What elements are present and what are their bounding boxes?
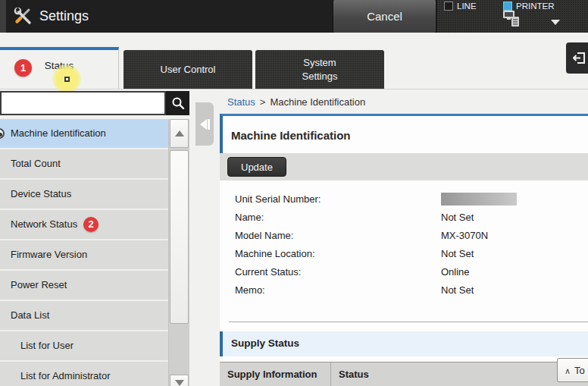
topbar: Settings Cancel LINE PRINTER — [0, 0, 588, 33]
to-top-label: To — [574, 365, 585, 376]
section-header: Machine Identification — [220, 114, 588, 153]
search-icon — [171, 96, 185, 110]
sidebar-item-machine-identification[interactable]: Machine Identification — [0, 119, 168, 149]
sidebar-item-label: Power Reset — [11, 279, 67, 290]
arrow-down-icon — [175, 380, 184, 386]
sidebar-item-total-count[interactable]: Total Count — [0, 149, 168, 180]
sidebar-menu: Machine Identification Total Count Devic… — [0, 119, 168, 386]
sidebar-item-label: Network Status — [11, 218, 77, 230]
tab-status[interactable]: 1 Status — [0, 47, 119, 89]
to-top-button[interactable]: ∧To — [557, 358, 588, 382]
field-row: Unit Serial Number: — [235, 190, 588, 208]
wrench-screwdriver-icon — [14, 7, 33, 27]
tab-user-control-label: User Control — [161, 64, 216, 75]
update-button[interactable]: Update — [227, 157, 286, 177]
supply-table-header: Supply Information Status — [220, 362, 588, 386]
field-label: Memo: — [235, 284, 441, 296]
sidebar-item-label: Firmware Version — [11, 249, 87, 260]
line-indicator-label: LINE — [457, 2, 477, 11]
breadcrumb-current: Machine Identification — [270, 96, 365, 108]
section-toolbar: Update — [220, 153, 588, 180]
admin-login-button[interactable]: A — [566, 42, 588, 74]
line-indicator: LINE — [444, 2, 477, 11]
line-indicator-box — [444, 2, 453, 11]
field-value: Not Set — [441, 248, 474, 259]
scroll-up-button[interactable] — [170, 119, 189, 148]
sidebar-item-data-list[interactable]: Data List — [0, 301, 168, 331]
login-icon — [573, 52, 586, 64]
sidebar-item-device-status[interactable]: Device Status — [0, 180, 168, 210]
settings-screen: Settings Cancel LINE PRINTER — [0, 0, 588, 386]
sidebar-item-network-status[interactable]: Network Status2 — [0, 210, 168, 240]
field-value: Online — [441, 266, 470, 278]
collapse-left-arrow-icon — [200, 119, 207, 130]
sidebar-item-list-for-user[interactable]: List for User — [0, 331, 168, 362]
network-status-badge: 2 — [83, 217, 99, 232]
app-title-label: Settings — [39, 8, 89, 24]
machine-fields: Unit Serial Number: Name: Not Set Model … — [235, 190, 588, 299]
arrow-up-icon — [175, 130, 184, 137]
column-supply-information: Supply Information — [220, 362, 331, 386]
tab-status-label: Status — [45, 60, 74, 71]
topbar-left-strip — [0, 0, 6, 33]
sidebar-item-label: Data List — [11, 309, 49, 321]
field-row: Name: Not Set — [235, 208, 588, 226]
main-panel: Machine Identification Update Unit Seria… — [220, 114, 588, 386]
tabbar-divider — [0, 89, 588, 89]
tab-system-settings[interactable]: System Settings — [255, 50, 384, 89]
search-input[interactable] — [0, 91, 166, 115]
selected-item-icon — [0, 128, 5, 139]
status-tab-badge: 1 — [14, 59, 32, 77]
field-label: Unit Serial Number: — [235, 193, 441, 205]
field-value: MX-3070N — [441, 230, 488, 241]
column-status: Status — [331, 362, 369, 386]
sidebar-item-list-for-administrator[interactable]: List for Administrator — [0, 362, 168, 386]
chevron-up-icon: ∧ — [565, 366, 571, 375]
breadcrumb-link-status[interactable]: Status — [227, 96, 255, 108]
sidebar-scrollbar[interactable] — [168, 119, 189, 386]
sidebar-item-label: List for Administrator — [20, 370, 111, 381]
sidebar-item-label: Device Status — [11, 188, 71, 199]
scroll-down-button[interactable] — [170, 375, 189, 386]
section-divider — [229, 322, 588, 322]
field-label: Machine Location: — [235, 248, 441, 259]
sidebar-collapse-button[interactable] — [195, 102, 214, 146]
field-row: Machine Location: Not Set — [235, 244, 588, 262]
field-label: Name: — [235, 212, 441, 223]
sidebar-item-power-reset[interactable]: Power Reset — [0, 271, 168, 301]
app-title: Settings — [14, 0, 89, 33]
sidebar-item-label: Total Count — [11, 158, 61, 169]
supply-status-title: Supply Status — [231, 337, 299, 349]
tab-system-settings-label: System Settings — [289, 56, 350, 83]
field-value: Not Set — [441, 284, 474, 296]
field-value: Not Set — [441, 212, 474, 223]
sidebar-item-label: Machine Identification — [11, 127, 106, 139]
search-button[interactable] — [166, 91, 189, 115]
supply-status-header: Supply Status — [220, 331, 588, 356]
cancel-button[interactable]: Cancel — [333, 0, 436, 33]
device-dropdown-caret-icon[interactable] — [551, 20, 560, 25]
sidebar-item-label: List for User — [20, 340, 74, 351]
field-row: Memo: Not Set — [235, 281, 588, 299]
printer-status-icon — [502, 10, 522, 32]
scroll-thumb[interactable] — [170, 150, 189, 324]
field-label: Current Status: — [235, 266, 441, 278]
field-label: Model Name: — [235, 230, 441, 241]
field-row: Model Name: MX-3070N — [235, 226, 588, 244]
section-title: Machine Identification — [231, 129, 351, 142]
tab-user-control[interactable]: User Control — [124, 50, 252, 89]
field-row: Current Status: Online — [235, 262, 588, 281]
breadcrumb-separator: > — [260, 96, 266, 108]
breadcrumb: Status>Machine Identification — [227, 96, 365, 108]
device-status-panel: LINE PRINTER — [437, 0, 588, 33]
redacted-serial-value — [441, 193, 517, 206]
collapse-bar-icon — [208, 119, 210, 130]
sidebar-item-firmware-version[interactable]: Firmware Version — [0, 240, 168, 271]
